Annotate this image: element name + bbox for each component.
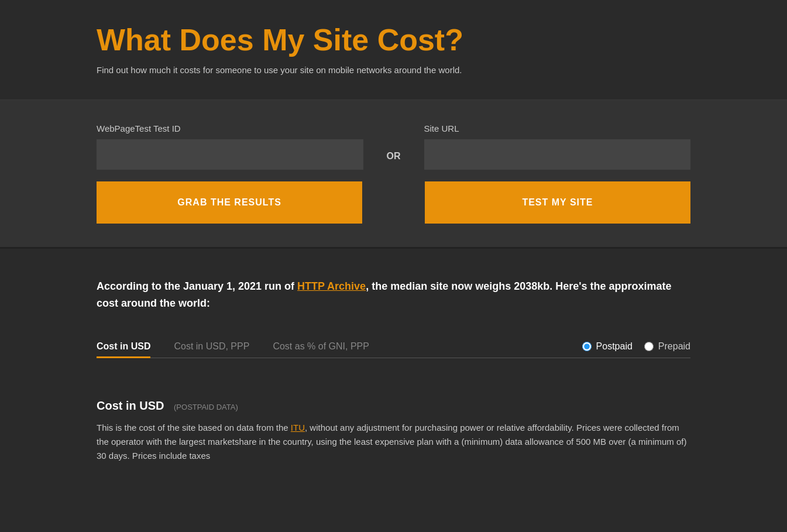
tabs-left: Cost in USD Cost in USD, PPP Cost as % o… — [97, 335, 582, 358]
cost-desc-before: This is the cost of the site based on da… — [97, 423, 291, 433]
cost-title-row: Cost in USD (POSTPAID DATA) — [97, 399, 690, 413]
postpaid-radio-group: Postpaid — [582, 341, 633, 352]
itu-link[interactable]: ITU — [291, 423, 305, 433]
cost-description: This is the cost of the site based on da… — [97, 421, 690, 463]
tab-cost-usd[interactable]: Cost in USD — [97, 335, 150, 358]
tabs-section: Cost in USD Cost in USD, PPP Cost as % o… — [97, 335, 690, 358]
postpaid-radio[interactable] — [582, 342, 592, 351]
http-archive-link[interactable]: HTTP Archive — [297, 280, 366, 292]
prepaid-radio[interactable] — [644, 342, 654, 351]
grab-results-button[interactable]: GRAB THE RESULTS — [97, 181, 362, 224]
form-section: WebPageTest Test ID OR Site URL GRAB THE… — [0, 100, 787, 249]
url-label: Site URL — [424, 123, 691, 133]
tab-cost-gni-ppp[interactable]: Cost as % of GNI, PPP — [273, 335, 369, 358]
prepaid-label[interactable]: Prepaid — [658, 341, 690, 352]
postpaid-label[interactable]: Postpaid — [596, 341, 633, 352]
cost-title: Cost in USD — [97, 399, 164, 412]
cost-badge: (POSTPAID DATA) — [174, 403, 238, 411]
tabs-right: Postpaid Prepaid — [582, 341, 690, 352]
archive-paragraph: According to the January 1, 2021 run of … — [97, 278, 690, 312]
test-my-site-button[interactable]: TEST MY SITE — [425, 181, 690, 224]
page-title: What Does My Site Cost? — [97, 23, 690, 57]
prepaid-radio-group: Prepaid — [644, 341, 690, 352]
buttons-row: GRAB THE RESULTS TEST MY SITE — [97, 181, 690, 224]
button-spacer — [362, 181, 425, 224]
wpt-input[interactable] — [97, 139, 363, 170]
url-form-group: Site URL — [424, 123, 691, 170]
or-divider: OR — [363, 151, 424, 170]
wpt-label: WebPageTest Test ID — [97, 123, 363, 133]
wpt-form-group: WebPageTest Test ID — [97, 123, 363, 170]
header-section: What Does My Site Cost? Find out how muc… — [0, 0, 787, 100]
cost-section: Cost in USD (POSTPAID DATA) This is the … — [0, 399, 787, 486]
site-url-input[interactable] — [424, 139, 691, 170]
header-subtitle: Find out how much it costs for someone t… — [97, 64, 690, 76]
archive-text-before: According to the January 1, 2021 run of — [97, 280, 297, 292]
tab-cost-usd-ppp[interactable]: Cost in USD, PPP — [174, 335, 249, 358]
content-section: According to the January 1, 2021 run of … — [0, 249, 787, 399]
